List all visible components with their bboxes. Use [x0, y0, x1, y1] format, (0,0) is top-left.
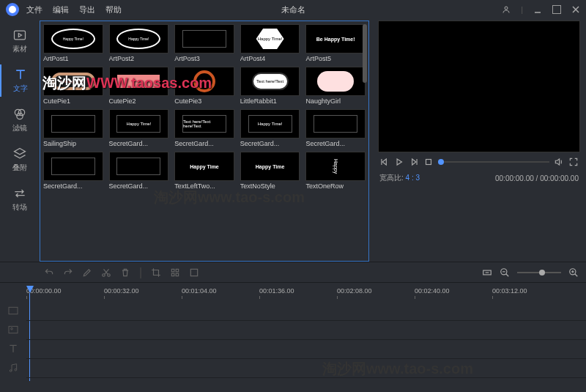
cut-icon[interactable] [101, 267, 111, 278]
freeze-icon[interactable] [189, 267, 199, 278]
next-frame-icon[interactable] [409, 157, 419, 167]
svg-point-34 [10, 370, 12, 372]
asset-label: SecretGard... [109, 182, 169, 190]
track-row[interactable] [26, 321, 586, 340]
ruler-mark: 00:03:12.00 [492, 287, 527, 299]
asset-item[interactable]: CutePie3 [174, 67, 234, 105]
sidebar-item-media[interactable]: 素材 [5, 25, 34, 57]
grid-scrollbar[interactable] [363, 24, 367, 258]
crop-icon[interactable] [151, 267, 161, 278]
asset-item[interactable]: SecretGard... [305, 109, 366, 147]
redo-icon[interactable] [63, 267, 73, 278]
asset-item[interactable]: Happy Time!ArtPost4 [240, 24, 300, 62]
menu-edit[interactable]: 编辑 [53, 4, 69, 15]
fit-icon[interactable] [482, 267, 492, 278]
svg-rect-20 [176, 273, 179, 276]
menu-file[interactable]: 文件 [26, 4, 42, 15]
asset-item[interactable]: Happy TimeTextLeftTwo... [174, 152, 234, 190]
prev-frame-icon[interactable] [379, 157, 390, 167]
zoom-out-icon[interactable] [500, 267, 510, 278]
asset-label: SecretGard... [109, 140, 169, 147]
asset-item[interactable]: Be Happy Time!ArtPost5 [305, 24, 366, 62]
volume-icon[interactable] [554, 157, 564, 167]
text-track-icon[interactable] [7, 343, 19, 355]
edit-icon[interactable] [82, 267, 92, 278]
sidebar-item-label: 转场 [12, 202, 27, 212]
mosaic-icon[interactable] [170, 267, 180, 278]
svg-marker-11 [397, 159, 401, 165]
svg-rect-32 [9, 326, 18, 333]
video-track-icon[interactable] [7, 305, 19, 317]
asset-label: SailingShip [43, 140, 103, 147]
svg-rect-14 [426, 160, 431, 165]
asset-label: CutePie1 [43, 97, 103, 105]
asset-label: CutePie2 [109, 97, 169, 105]
sidebar-item-overlay[interactable]: 叠附 [5, 144, 34, 176]
svg-line-30 [575, 273, 578, 276]
asset-label: NaughtyGirl [305, 97, 366, 105]
asset-label: SecretGard... [174, 140, 234, 147]
sidebar-item-text[interactable]: 文字 [0, 64, 40, 97]
asset-item[interactable]: SecretGard... [43, 152, 103, 190]
zoom-in-icon[interactable] [568, 267, 579, 278]
track-row[interactable] [26, 302, 586, 321]
user-icon[interactable] [502, 5, 511, 14]
asset-item[interactable]: Text here!TextLittleRabbit1 [240, 67, 300, 105]
delete-icon[interactable] [120, 267, 130, 278]
asset-item[interactable]: Happy TimeTextNoStyle [240, 152, 300, 190]
asset-item[interactable]: HappyTextOneRow [305, 152, 366, 190]
undo-icon[interactable] [44, 267, 54, 278]
ruler-mark: 00:01:04.00 [182, 287, 217, 299]
asset-label: TextNoStyle [240, 182, 300, 190]
maximize-icon[interactable] [552, 5, 561, 14]
svg-marker-5 [18, 34, 21, 37]
asset-item[interactable]: SailingShip [43, 109, 103, 147]
asset-item[interactable]: Happy Time!ArtPost1 [43, 24, 103, 62]
asset-item[interactable]: Happy Time!CutePie1 [43, 67, 103, 105]
asset-item[interactable]: ArtPost3 [174, 24, 234, 62]
timeline-toolbar: | [0, 262, 586, 282]
svg-point-7 [18, 109, 24, 115]
ruler-mark: 00:00:32.00 [104, 287, 139, 299]
stop-icon[interactable] [423, 157, 434, 167]
sidebar-item-transition[interactable]: 转场 [5, 183, 34, 215]
aspect-value[interactable]: 4 : 3 [406, 174, 420, 182]
menu-export[interactable]: 导出 [79, 4, 95, 15]
track-row[interactable] [26, 359, 586, 378]
asset-item[interactable]: Text here!Text here!TextSecretGard... [174, 109, 234, 147]
timeline-ruler[interactable]: 00:00:00.0000:00:32.0000:01:04.0000:01:3… [26, 283, 586, 302]
asset-label: LittleRabbit1 [240, 97, 300, 105]
preview-slider[interactable] [438, 161, 549, 163]
asset-item[interactable]: SecretGard... [109, 152, 169, 190]
asset-item[interactable]: Happy Time!SecretGard... [240, 109, 300, 147]
audio-track-icon[interactable] [7, 362, 19, 374]
app-logo [6, 3, 19, 16]
asset-item[interactable]: Happy Time!SecretGard... [109, 109, 169, 147]
track-row[interactable] [26, 340, 586, 359]
menu-help[interactable]: 帮助 [105, 4, 122, 15]
circles-icon [12, 107, 27, 122]
ruler-mark: 00:01:36.00 [259, 287, 294, 299]
asset-item[interactable]: CutePie2 [109, 67, 169, 105]
tracks-area[interactable] [26, 302, 586, 392]
close-icon[interactable] [571, 5, 580, 14]
sidebar: 素材 文字 滤镜 叠附 转场 [0, 19, 40, 262]
asset-label: TextOneRow [305, 182, 366, 190]
image-track-icon[interactable] [7, 324, 19, 336]
svg-marker-9 [382, 159, 386, 165]
fullscreen-icon[interactable] [568, 157, 579, 167]
play-icon[interactable] [394, 157, 404, 167]
svg-rect-4 [15, 31, 26, 40]
asset-label: ArtPost3 [174, 55, 234, 62]
divider: | [521, 5, 523, 14]
zoom-slider[interactable] [517, 272, 561, 273]
asset-grid-panel: Happy Time!ArtPost1Happy Time!ArtPost2Ar… [40, 21, 369, 262]
sidebar-item-label: 滤镜 [12, 123, 27, 133]
asset-label: ArtPost2 [109, 55, 169, 62]
sidebar-item-filter[interactable]: 滤镜 [5, 104, 34, 136]
asset-item[interactable]: NaughtyGirl [305, 67, 366, 105]
svg-rect-19 [171, 273, 174, 276]
svg-rect-31 [9, 307, 18, 314]
asset-item[interactable]: Happy Time!ArtPost2 [109, 24, 169, 62]
minimize-icon[interactable] [533, 5, 542, 14]
